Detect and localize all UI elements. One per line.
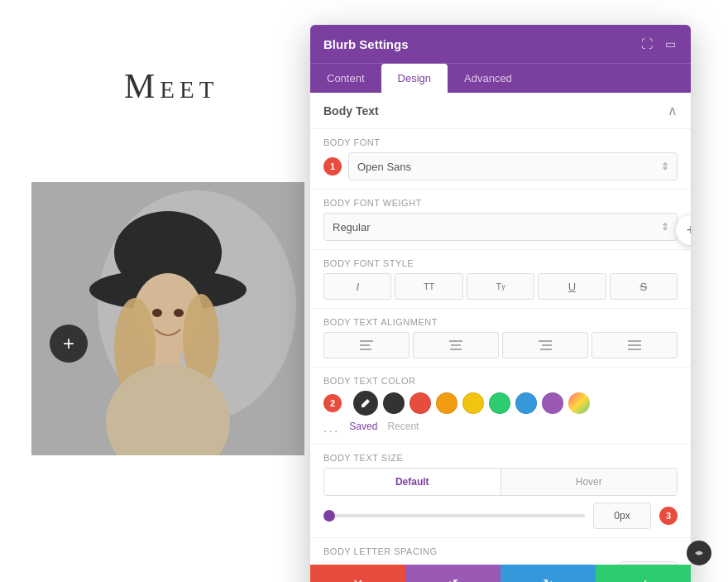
tab-design[interactable]: Design bbox=[381, 64, 448, 93]
color-green[interactable] bbox=[489, 392, 510, 414]
color-yellow[interactable] bbox=[462, 392, 484, 414]
badge-1: 1 bbox=[323, 157, 342, 176]
align-justify-btn[interactable] bbox=[592, 332, 678, 358]
body-font-style-group: Body Font Style I TT Ty U S bbox=[310, 250, 691, 309]
underline-btn[interactable]: U bbox=[538, 273, 606, 300]
tab-content[interactable]: Content bbox=[310, 64, 381, 93]
color-blue[interactable] bbox=[515, 392, 537, 414]
body-text-size-label: Body Text Size bbox=[323, 453, 678, 463]
body-font-select[interactable]: Open Sans Roboto Lato Georgia bbox=[348, 152, 678, 180]
svg-rect-14 bbox=[360, 349, 371, 350]
redo-icon: ↻ bbox=[543, 576, 553, 583]
text-size-slider-thumb[interactable] bbox=[323, 510, 335, 522]
align-left-btn[interactable] bbox=[323, 332, 410, 358]
body-text-alignment-group: Body Text Alignment bbox=[310, 309, 691, 368]
close-icon[interactable]: ▭ bbox=[663, 36, 678, 51]
bottom-right-icon[interactable] bbox=[687, 541, 711, 565]
photo-area bbox=[31, 182, 304, 455]
body-text-alignment-label: Body Text Alignment bbox=[323, 317, 678, 327]
body-text-color-group: Body Text Color 2 ... bbox=[310, 368, 691, 445]
body-font-select-wrapper: 1 Open Sans Roboto Lato Georgia ⇕ bbox=[323, 152, 678, 180]
color-orange[interactable] bbox=[436, 392, 457, 414]
settings-icon[interactable]: ⛶ bbox=[639, 36, 654, 51]
svg-rect-19 bbox=[542, 344, 552, 346]
panel-body: Body Text ∧ Body Font 1 Open Sans Roboto… bbox=[310, 93, 691, 565]
text-size-input[interactable]: 0px bbox=[593, 503, 651, 529]
svg-rect-20 bbox=[540, 349, 552, 350]
cancel-button[interactable]: ✕ bbox=[310, 565, 405, 582]
size-default-btn[interactable]: Default bbox=[324, 469, 501, 495]
svg-point-10 bbox=[152, 309, 162, 317]
panel-header: Blurb Settings ⛶ ▭ bbox=[310, 25, 691, 63]
body-font-group: Body Font 1 Open Sans Roboto Lato Georgi… bbox=[310, 129, 691, 190]
color-purple[interactable] bbox=[542, 392, 563, 414]
body-font-label: Body Font bbox=[323, 137, 678, 147]
svg-point-11 bbox=[174, 309, 184, 317]
section-header-body-text: Body Text ∧ bbox=[310, 93, 691, 129]
body-font-style-label: Body Font Style bbox=[323, 258, 678, 268]
color-tab-recent[interactable]: Recent bbox=[387, 421, 419, 435]
text-size-slider-container bbox=[323, 514, 585, 517]
reset-icon: ↺ bbox=[448, 576, 458, 583]
lowercase-btn[interactable]: Ty bbox=[467, 273, 534, 300]
color-edit-btn[interactable] bbox=[353, 391, 378, 416]
body-text-size-group: Body Text Size Default Hover 0px 3 bbox=[310, 445, 691, 538]
body-letter-spacing-label: Body Letter Spacing bbox=[323, 546, 678, 556]
strikethrough-btn[interactable]: S bbox=[610, 273, 678, 300]
section-collapse-icon[interactable]: ∧ bbox=[668, 103, 678, 118]
svg-rect-16 bbox=[451, 344, 461, 346]
svg-rect-17 bbox=[450, 349, 462, 350]
svg-rect-12 bbox=[360, 340, 373, 342]
badge-3: 3 bbox=[659, 507, 678, 525]
cancel-icon: ✕ bbox=[352, 576, 363, 583]
uppercase-btn[interactable]: TT bbox=[395, 273, 462, 300]
page-add-button[interactable]: + bbox=[50, 325, 88, 363]
panel-tabs: Content Design Advanced bbox=[310, 63, 691, 93]
save-button[interactable]: ✓ bbox=[596, 565, 691, 582]
svg-rect-23 bbox=[628, 349, 641, 350]
color-dots[interactable]: ... bbox=[323, 421, 339, 435]
photo-bg bbox=[31, 182, 304, 455]
body-font-weight-label: Body Font Weight bbox=[323, 198, 678, 208]
svg-rect-21 bbox=[628, 340, 641, 342]
body-font-weight-select[interactable]: Regular Bold Light Medium bbox=[323, 213, 678, 241]
svg-rect-15 bbox=[449, 340, 462, 342]
redo-button[interactable]: ↻ bbox=[500, 565, 596, 582]
body-text-color-label: Body Text Color bbox=[323, 376, 678, 386]
align-center-btn[interactable] bbox=[413, 332, 499, 358]
size-toggle: Default Hover bbox=[323, 468, 678, 496]
color-swatches: 2 bbox=[323, 391, 678, 416]
svg-rect-18 bbox=[539, 340, 552, 342]
settings-panel: Blurb Settings ⛶ ▭ Content Design Advanc… bbox=[310, 25, 691, 582]
align-right-btn[interactable] bbox=[502, 332, 588, 358]
body-font-weight-select-wrapper: Regular Bold Light Medium ⇕ bbox=[323, 213, 678, 241]
panel-header-icons: ⛶ ▭ bbox=[639, 36, 678, 51]
color-red[interactable] bbox=[410, 392, 431, 414]
color-tab-saved[interactable]: Saved bbox=[349, 421, 377, 435]
panel-footer: ✕ ↺ ↻ ✓ bbox=[310, 565, 691, 582]
svg-rect-13 bbox=[360, 344, 370, 346]
color-tabs: ... Saved Recent bbox=[323, 421, 678, 435]
color-row: 2 ... Saved Recent bbox=[323, 391, 678, 435]
svg-rect-22 bbox=[628, 344, 641, 346]
reset-button[interactable]: ↺ bbox=[405, 565, 500, 582]
page-heading: Meet bbox=[124, 66, 219, 106]
body-letter-spacing-group: Body Letter Spacing 0px bbox=[310, 538, 691, 565]
section-title: Body Text bbox=[323, 104, 379, 118]
italic-btn[interactable]: I bbox=[323, 273, 391, 300]
alignment-buttons bbox=[323, 332, 678, 358]
text-size-slider-row: 0px 3 bbox=[323, 503, 678, 529]
body-font-weight-group: Body Font Weight Regular Bold Light Medi… bbox=[310, 190, 691, 250]
panel-title: Blurb Settings bbox=[323, 37, 409, 51]
color-gradient[interactable] bbox=[568, 392, 590, 414]
badge-2: 2 bbox=[323, 394, 342, 412]
tab-advanced[interactable]: Advanced bbox=[448, 64, 529, 93]
save-icon: ✓ bbox=[638, 576, 649, 583]
color-black[interactable] bbox=[383, 392, 405, 414]
size-hover-btn[interactable]: Hover bbox=[501, 469, 678, 495]
font-style-buttons: I TT Ty U S bbox=[323, 273, 678, 300]
